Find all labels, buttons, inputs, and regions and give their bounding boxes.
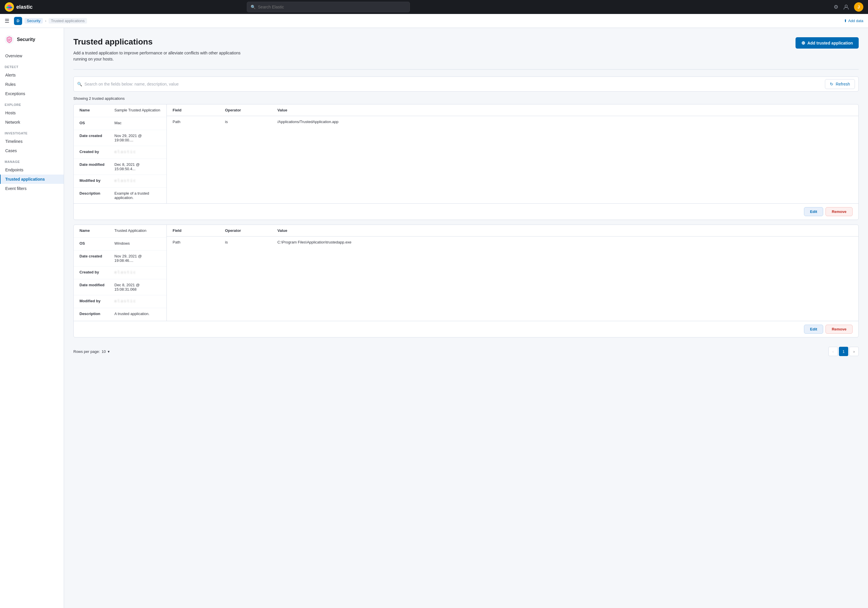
date-created-value-1: Nov 29, 2021 @ 19:08:46.... bbox=[115, 254, 161, 263]
app-card-0: Name Sample Trusted Application OS Mac D… bbox=[73, 104, 859, 220]
app-date-modified-row-0: Date modified Dec 8, 2021 @ 15:08:50.4..… bbox=[74, 159, 166, 175]
app-name-row-0: Name Sample Trusted Application bbox=[74, 104, 166, 117]
workspace-badge: D bbox=[14, 17, 22, 25]
sidebar-item-cases[interactable]: Cases bbox=[0, 146, 64, 155]
modified-by-label-0: Modified by bbox=[79, 178, 115, 183]
sidebar-item-trusted-applications[interactable]: Trusted applications bbox=[0, 175, 64, 184]
date-created-value-0: Nov 29, 2021 @ 19:08:00.... bbox=[115, 133, 161, 142]
logo-text: elastic bbox=[16, 4, 33, 10]
app-modified-by-row-1: Modified by elastic bbox=[74, 295, 166, 308]
layout: Security Overview Detect Alerts Rules Ex… bbox=[0, 28, 868, 608]
description-label-0: Description bbox=[79, 191, 115, 195]
condition-operator-1-0: is bbox=[225, 240, 277, 244]
created-by-label-1: Created by bbox=[79, 270, 115, 274]
condition-field-1-0: Path bbox=[173, 240, 225, 244]
condition-row-1-0: Path is C:\Program Files\Application\tru… bbox=[167, 237, 859, 248]
modified-by-value-0: elastic bbox=[115, 178, 161, 183]
app-info-section-1: Name Trusted Application OS Windows Date… bbox=[74, 225, 167, 321]
svg-point-5 bbox=[845, 5, 847, 7]
remove-button-0[interactable]: Remove bbox=[826, 207, 852, 216]
sidebar-item-endpoints[interactable]: Endpoints bbox=[0, 165, 64, 175]
search-section: 🔍 ↻ Refresh bbox=[73, 76, 859, 92]
name-label-1: Name bbox=[79, 228, 115, 233]
avatar-menu-icon[interactable] bbox=[843, 4, 849, 10]
date-created-label-0: Date created bbox=[79, 133, 115, 138]
os-label-1: OS bbox=[79, 241, 115, 246]
showing-count-label: Showing 2 trusted applications bbox=[73, 96, 859, 101]
condition-operator-0-0: is bbox=[225, 119, 277, 124]
user-avatar[interactable]: J bbox=[854, 2, 863, 12]
trusted-apps-search-input[interactable] bbox=[84, 82, 823, 87]
pagination: Rows per page: 10 ▾ ‹ 1 › bbox=[73, 342, 859, 361]
name-value-0: Sample Trusted Application bbox=[115, 108, 161, 112]
sidebar-item-exceptions[interactable]: Exceptions bbox=[0, 89, 64, 98]
sidebar-investigate-section: Investigate bbox=[0, 127, 64, 137]
name-value-1: Trusted Application bbox=[115, 228, 161, 233]
add-data-button[interactable]: ⬆ Add data bbox=[844, 19, 863, 23]
app-modified-by-row-0: Modified by elastic bbox=[74, 175, 166, 188]
sidebar-manage-section: Manage bbox=[0, 155, 64, 165]
app-name-row-1: Name Trusted Application bbox=[74, 225, 166, 238]
add-trusted-application-button[interactable]: ⊕ Add trusted application bbox=[795, 37, 859, 49]
name-label-0: Name bbox=[79, 108, 115, 112]
sidebar-item-rules[interactable]: Rules bbox=[0, 80, 64, 89]
settings-icon[interactable]: ⚙ bbox=[834, 4, 838, 10]
date-created-label-1: Date created bbox=[79, 254, 115, 258]
next-page-button[interactable]: › bbox=[849, 347, 859, 356]
sidebar-item-alerts[interactable]: Alerts bbox=[0, 70, 64, 80]
sidebar-item-event-filters[interactable]: Event filters bbox=[0, 184, 64, 193]
app-card-1: Name Trusted Application OS Windows Date… bbox=[73, 224, 859, 337]
remove-button-1[interactable]: Remove bbox=[826, 325, 852, 334]
app-os-row-0: OS Mac bbox=[74, 117, 166, 130]
refresh-label: Refresh bbox=[836, 82, 850, 87]
rows-per-page-value: 10 bbox=[102, 350, 105, 354]
field-header-1: Field bbox=[173, 228, 225, 233]
edit-button-1[interactable]: Edit bbox=[804, 325, 823, 334]
condition-row-0-0: Path is /Applications/TrustedApplication… bbox=[167, 116, 859, 127]
app-description-row-0: Description Example of a trusted applica… bbox=[74, 188, 166, 203]
modified-by-label-1: Modified by bbox=[79, 299, 115, 303]
breadcrumb-right: ⬆ Add data bbox=[844, 19, 863, 23]
sidebar-item-network[interactable]: Network bbox=[0, 118, 64, 127]
app-created-by-row-1: Created by elastic bbox=[74, 266, 166, 279]
page-controls: ‹ 1 › bbox=[828, 347, 859, 356]
page-subtitle: Add a trusted application to improve per… bbox=[73, 50, 240, 62]
sidebar: Security Overview Detect Alerts Rules Ex… bbox=[0, 28, 64, 608]
sidebar-item-timelines[interactable]: Timelines bbox=[0, 137, 64, 146]
logo[interactable]: elastic bbox=[5, 2, 33, 12]
topbar: elastic 🔍 ⚙ J bbox=[0, 0, 868, 14]
created-by-value-1: elastic bbox=[115, 270, 161, 274]
breadcrumb-current: Trusted applications bbox=[49, 18, 87, 23]
value-header-1: Value bbox=[277, 228, 852, 233]
date-modified-label-1: Date modified bbox=[79, 283, 115, 287]
breadcrumb-bar: ☰ D Security › Trusted applications ⬆ Ad… bbox=[0, 14, 868, 28]
sidebar-item-hosts[interactable]: Hosts bbox=[0, 108, 64, 118]
page-1-button[interactable]: 1 bbox=[839, 347, 848, 356]
refresh-icon: ↻ bbox=[830, 82, 833, 87]
conditions-header-0: Field Operator Value bbox=[167, 104, 859, 116]
search-icon: 🔍 bbox=[251, 5, 256, 9]
conditions-section-0: Field Operator Value Path is /Applicatio… bbox=[167, 104, 859, 203]
sidebar-item-overview[interactable]: Overview bbox=[0, 51, 64, 60]
modified-by-value-1: elastic bbox=[115, 299, 161, 303]
refresh-button[interactable]: ↻ Refresh bbox=[825, 79, 855, 89]
add-data-icon: ⬆ bbox=[844, 19, 847, 23]
search-bar[interactable]: 🔍 bbox=[247, 2, 410, 12]
plus-icon: ⊕ bbox=[801, 40, 805, 46]
description-value-0: Example of a trusted application. bbox=[115, 191, 161, 200]
edit-button-0[interactable]: Edit bbox=[804, 207, 823, 216]
conditions-section-1: Field Operator Value Path is C:\Program … bbox=[167, 225, 859, 321]
hamburger-button[interactable]: ☰ bbox=[5, 18, 9, 24]
add-trusted-btn-label: Add trusted application bbox=[808, 41, 853, 45]
rows-per-page-selector[interactable]: Rows per page: 10 ▾ bbox=[73, 350, 110, 354]
breadcrumb-security[interactable]: Security bbox=[25, 18, 43, 23]
search-input[interactable] bbox=[258, 5, 406, 9]
app-info-section-0: Name Sample Trusted Application OS Mac D… bbox=[74, 104, 167, 203]
condition-value-0-0: /Applications/TrustedApplication.app bbox=[277, 119, 852, 124]
sidebar-title: Security bbox=[17, 37, 35, 42]
app-date-created-row-0: Date created Nov 29, 2021 @ 19:08:00.... bbox=[74, 130, 166, 146]
date-modified-value-0: Dec 8, 2021 @ 15:08:50.4... bbox=[115, 162, 161, 171]
prev-page-button[interactable]: ‹ bbox=[828, 347, 838, 356]
main-content: Trusted applications Add a trusted appli… bbox=[64, 28, 868, 608]
operator-header-0: Operator bbox=[225, 108, 277, 112]
